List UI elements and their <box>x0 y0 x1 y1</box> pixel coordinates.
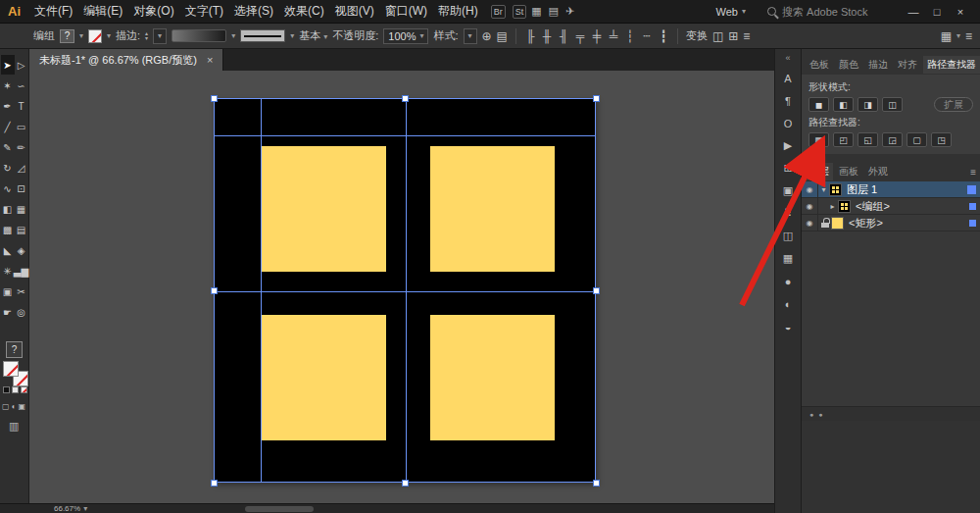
document-layout-icon[interactable]: ▤ <box>549 5 559 18</box>
layer-row[interactable]: ◉ ▾ 图层 1 <box>802 181 980 198</box>
transform-panel-icon[interactable]: ⠿ <box>775 202 801 225</box>
canvas[interactable] <box>29 71 774 503</box>
selection-indicator[interactable] <box>969 203 976 210</box>
column-graph-tool[interactable]: ▃▆ <box>15 261 28 281</box>
pencil-tool[interactable]: ✏ <box>15 137 28 157</box>
artwork-yellow-square[interactable] <box>430 315 555 440</box>
align-panel-icon[interactable]: ◫ <box>712 29 723 43</box>
exclude-button[interactable]: ◫ <box>882 97 903 112</box>
menu-object[interactable]: 对象(O) <box>133 3 173 20</box>
pen-tool[interactable]: ✒ <box>1 96 15 116</box>
outline-button[interactable]: ▢ <box>906 132 927 147</box>
chevron-right-icon[interactable]: ▸ <box>827 202 838 211</box>
scale-tool[interactable]: ◿ <box>15 158 28 178</box>
stepper-down-icon[interactable]: ▾ <box>145 36 148 41</box>
menu-help[interactable]: 帮助(H) <box>438 3 478 20</box>
paintbrush-tool[interactable]: ✎ <box>1 137 15 157</box>
layer-row[interactable]: ◉ <矩形> <box>802 215 980 231</box>
tab-layers[interactable]: 图层 <box>806 163 833 180</box>
draw-inside-icon[interactable]: ▣ <box>18 402 25 411</box>
brush-basic-dropdown[interactable]: 基本 ▾ <box>299 28 327 43</box>
draw-behind-icon[interactable]: ◐ <box>12 402 17 411</box>
selection-handle[interactable] <box>211 95 218 102</box>
align-top-icon[interactable]: ╤ <box>574 29 586 43</box>
workspace-switcher[interactable]: Web ▾ <box>716 6 746 18</box>
help-box[interactable]: ? <box>6 341 23 358</box>
none-button[interactable] <box>21 386 27 393</box>
selection-handle[interactable] <box>593 480 600 487</box>
unite-button[interactable]: ◼ <box>808 97 829 112</box>
color-guide-panel-icon[interactable]: ◐ <box>775 292 801 315</box>
document-tab[interactable]: 未标题-1* @ 66.67% (RGB/预览) × <box>29 49 223 71</box>
perspective-grid-tool[interactable]: ▦ <box>15 199 28 219</box>
expand-button[interactable]: 扩展 <box>934 97 973 112</box>
artboards-panel-icon[interactable]: ▣ <box>775 180 801 202</box>
gpu-performance-icon[interactable]: ✈ <box>565 5 574 18</box>
selection-tool[interactable]: ➤ <box>1 55 15 75</box>
merge-button[interactable]: ◱ <box>858 132 878 147</box>
magic-wand-tool[interactable]: ✶ <box>1 76 15 95</box>
visibility-eye-icon[interactable]: ◉ <box>802 181 818 197</box>
visibility-eye-icon[interactable]: ◉ <box>802 198 818 214</box>
align-right-icon[interactable]: ╢ <box>558 29 569 43</box>
menu-view[interactable]: 视图(V) <box>335 3 374 20</box>
app-logo-icon[interactable]: Ai <box>8 4 21 19</box>
menu-type[interactable]: 文字(T) <box>185 3 223 20</box>
fill-swatch[interactable]: ? <box>60 29 74 43</box>
artwork-yellow-square[interactable] <box>261 146 386 272</box>
rectangle-tool[interactable]: ▭ <box>15 117 28 136</box>
artwork-yellow-square[interactable] <box>430 146 555 272</box>
tab-close-icon[interactable]: × <box>207 54 213 66</box>
tab-pathfinder[interactable]: 路径查找器 <box>923 56 980 74</box>
document-setup-icon[interactable]: ▤ <box>497 29 508 43</box>
type-tool[interactable]: T <box>15 96 28 116</box>
selection-handle[interactable] <box>593 95 600 102</box>
graphic-styles-panel-icon[interactable]: ▦ <box>775 247 801 270</box>
links-panel-icon[interactable]: ⊞ <box>775 157 801 180</box>
fill-color-swatch[interactable] <box>3 361 19 377</box>
layer-name[interactable]: <编组> <box>856 199 969 214</box>
rotate-tool[interactable]: ↻ <box>1 158 15 178</box>
bridge-icon[interactable]: Br <box>491 5 506 19</box>
align-left-icon[interactable]: ╟ <box>524 29 536 43</box>
symbol-sprayer-tool[interactable]: ✳ <box>1 261 15 281</box>
stroke-weight-stepper[interactable]: ▴ ▾ <box>145 31 148 41</box>
tab-artboards[interactable]: 画板 <box>835 163 862 180</box>
layer-name[interactable]: <矩形> <box>849 216 969 231</box>
mesh-tool[interactable]: ▩ <box>1 220 15 239</box>
workspace-grid-icon[interactable]: ▦ <box>941 29 952 43</box>
menu-effect[interactable]: 效果(C) <box>284 3 324 20</box>
shape-builder-tool[interactable]: ◧ <box>1 199 15 219</box>
stock-icon[interactable]: St <box>513 5 527 19</box>
transform-button[interactable]: 变换 <box>686 28 708 43</box>
selection-handle[interactable] <box>402 95 409 102</box>
divide-button[interactable]: ▦ <box>808 132 829 147</box>
opacity-dropdown[interactable]: 100% ▾ <box>383 28 428 44</box>
chevron-down-icon[interactable]: ▾ <box>107 31 111 40</box>
stroke-swatch[interactable] <box>88 29 102 43</box>
layer-name[interactable]: 图层 1 <box>847 182 967 197</box>
opentype-panel-icon[interactable]: O <box>775 112 801 134</box>
selection-indicator[interactable] <box>967 185 976 194</box>
gradient-tool[interactable]: ▤ <box>15 220 28 239</box>
gradient-panel-icon[interactable]: ◒ <box>775 315 801 337</box>
tab-swatches[interactable]: 色板 <box>806 56 833 74</box>
layer-dot-icon[interactable]: ● <box>809 411 813 418</box>
character-panel-icon[interactable]: A <box>775 67 801 89</box>
blend-tool[interactable]: ◈ <box>15 240 28 260</box>
style-dropdown[interactable]: ▾ <box>464 28 477 44</box>
minimize-button[interactable]: — <box>902 6 925 18</box>
trim-button[interactable]: ◰ <box>833 132 854 147</box>
search-input[interactable] <box>782 6 888 18</box>
free-transform-tool[interactable]: ⊡ <box>15 179 28 198</box>
chevron-down-icon[interactable]: ▾ <box>231 31 235 40</box>
selection-handle[interactable] <box>211 480 218 487</box>
direct-selection-tool[interactable]: ▷ <box>15 55 28 75</box>
artboard-tool[interactable]: ▣ <box>1 282 15 301</box>
chevron-down-icon[interactable]: ▾ <box>79 31 83 40</box>
menu-window[interactable]: 窗口(W) <box>385 3 427 20</box>
menu-select[interactable]: 选择(S) <box>234 3 273 20</box>
lock-icon[interactable] <box>818 215 831 231</box>
expand-panels-icon[interactable]: « <box>785 53 790 67</box>
transform-panel-icon[interactable]: ⊞ <box>728 29 738 43</box>
